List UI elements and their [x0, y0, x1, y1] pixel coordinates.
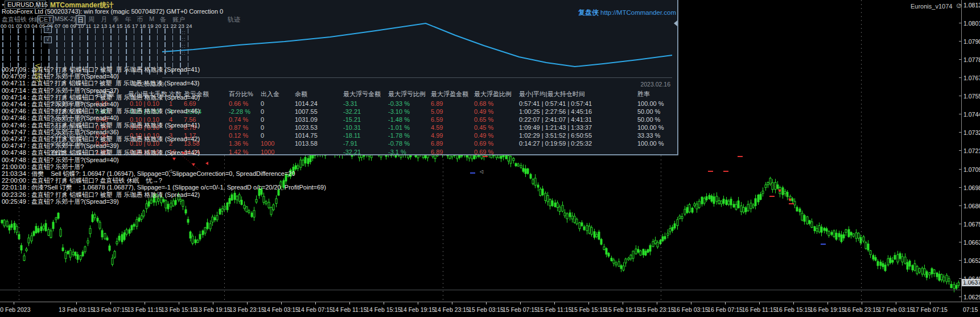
tab-年[interactable]: 年: [125, 15, 131, 24]
hour-pipe-toggle[interactable]: [110, 28, 112, 34]
hour-pipe-toggle[interactable]: [164, 49, 166, 54]
confirm-button[interactable]: √: [44, 36, 52, 43]
hour-pipe-toggle[interactable]: [149, 49, 150, 54]
hour-pipe-toggle[interactable]: [87, 35, 88, 40]
hour-pipe-toggle[interactable]: [141, 28, 142, 34]
hour-pipe-toggle[interactable]: [41, 28, 42, 34]
hour-pipe-toggle[interactable]: [2, 49, 3, 54]
hour-pipe-toggle[interactable]: [188, 35, 189, 40]
hour-pipe-toggle[interactable]: [87, 28, 88, 34]
hour-pipe-toggle[interactable]: [157, 56, 158, 61]
hour-pipe-toggle[interactable]: [72, 28, 73, 34]
tab-M[interactable]: M: [149, 15, 154, 22]
hour-pipe-toggle[interactable]: [118, 28, 120, 34]
hour-pipe-toggle[interactable]: [56, 35, 57, 40]
hour-pipe-toggle[interactable]: [164, 42, 166, 47]
hour-pipe-toggle[interactable]: [110, 49, 112, 54]
hour-pipe-toggle[interactable]: [110, 56, 112, 61]
hour-pipe-toggle[interactable]: [172, 42, 174, 47]
tab-trail[interactable]: 轨迹: [228, 15, 240, 24]
hour-pipe-toggle[interactable]: [18, 35, 19, 40]
tab-币[interactable]: 币: [137, 15, 143, 24]
hour-pipe-toggle[interactable]: [103, 56, 104, 61]
hour-pipe-toggle[interactable]: [64, 56, 65, 61]
hour-pipe-toggle[interactable]: [188, 56, 189, 61]
hour-pipe-toggle[interactable]: [149, 35, 150, 40]
hour-pipe-toggle[interactable]: [126, 35, 127, 40]
hour-pipe-toggle[interactable]: [172, 28, 174, 34]
hour-pipe-toggle[interactable]: [80, 49, 81, 54]
hour-pipe-toggle[interactable]: [149, 28, 150, 34]
hour-pipe-toggle[interactable]: [103, 42, 104, 47]
hour-pipe-toggle[interactable]: [64, 35, 65, 40]
hour-pipe-toggle[interactable]: [141, 56, 142, 61]
hour-pipe-toggle[interactable]: [103, 35, 104, 40]
tab-周[interactable]: 周: [88, 15, 94, 24]
hour-pipe-toggle[interactable]: [118, 49, 120, 54]
hour-pipe-toggle[interactable]: [141, 49, 142, 54]
hour-pipe-toggle[interactable]: [26, 56, 27, 61]
hour-pipe-toggle[interactable]: [188, 28, 189, 34]
hour-pipe-toggle[interactable]: [18, 49, 19, 54]
hour-pipe-toggle[interactable]: [33, 49, 34, 54]
hour-pipe-toggle[interactable]: [126, 42, 127, 47]
hour-pipe-toggle[interactable]: [10, 56, 11, 61]
hour-pipe-toggle[interactable]: [10, 42, 11, 47]
hour-pipe-toggle[interactable]: [41, 42, 42, 47]
hour-pipe-toggle[interactable]: [103, 49, 104, 54]
hour-pipe-toggle[interactable]: [134, 49, 135, 54]
hour-pipe-toggle[interactable]: [72, 35, 73, 40]
hour-pipe-toggle[interactable]: [10, 28, 11, 34]
hour-pipe-toggle[interactable]: [64, 49, 65, 54]
hour-pipe-toggle[interactable]: [33, 56, 34, 61]
hour-pipe-toggle[interactable]: [72, 42, 73, 47]
hour-pipe-toggle[interactable]: [26, 49, 27, 54]
tab-日[interactable]: 日: [76, 15, 85, 25]
hour-pipe-toggle[interactable]: [157, 42, 158, 47]
hour-pipe-toggle[interactable]: [48, 56, 50, 61]
hour-pipe-toggle[interactable]: [172, 56, 174, 61]
hour-pipe-toggle[interactable]: [95, 35, 96, 40]
hour-pipe-toggle[interactable]: [64, 28, 65, 34]
help-button[interactable]: ?: [44, 26, 52, 33]
hour-pipe-toggle[interactable]: [164, 56, 166, 61]
hour-pipe-toggle[interactable]: [118, 56, 120, 61]
hour-pipe-toggle[interactable]: [80, 28, 81, 34]
hour-pipe-toggle[interactable]: [110, 35, 112, 40]
hour-pipe-toggle[interactable]: [188, 49, 189, 54]
tab-月[interactable]: 月: [101, 15, 107, 24]
hour-pipe-toggle[interactable]: [33, 28, 34, 34]
hour-pipe-toggle[interactable]: [26, 35, 27, 40]
tab-季[interactable]: 季: [113, 15, 119, 24]
hour-pipe-toggle[interactable]: [48, 49, 50, 54]
hour-pipe-toggle[interactable]: [2, 35, 3, 40]
hour-pipe-toggle[interactable]: [18, 28, 19, 34]
hour-pipe-toggle[interactable]: [2, 28, 3, 34]
hour-pipe-toggle[interactable]: [64, 42, 65, 47]
hour-pipe-toggle[interactable]: [80, 56, 81, 61]
price-axis[interactable]: 1.06374 1.081301.080151.079001.077851.07…: [961, 0, 980, 317]
hour-pipe-toggle[interactable]: [134, 42, 135, 47]
hour-pipe-toggle[interactable]: [80, 42, 81, 47]
hour-pipe-toggle[interactable]: [87, 42, 88, 47]
minimize-button[interactable]: —: [39, 1, 46, 9]
hour-pipe-toggle[interactable]: [157, 35, 158, 40]
hour-pipe-toggle[interactable]: [56, 49, 57, 54]
hour-pipe-toggle[interactable]: [2, 42, 3, 47]
time-axis[interactable]: 10 Feb 202313 Feb 03:1513 Feb 07:1513 Fe…: [0, 302, 980, 317]
hour-pipe-toggle[interactable]: [72, 49, 73, 54]
hour-pipe-toggle[interactable]: [134, 35, 135, 40]
hour-pipe-toggle[interactable]: [10, 35, 11, 40]
hour-pipe-toggle[interactable]: [41, 35, 42, 40]
tab-账户[interactable]: 账户: [172, 15, 185, 24]
hour-pipe-toggle[interactable]: [41, 56, 42, 61]
hour-pipe-toggle[interactable]: [72, 56, 73, 61]
timezone-button[interactable]: CET: [38, 15, 53, 23]
hour-pipe-toggle[interactable]: [134, 28, 135, 34]
hour-pipe-toggle[interactable]: [95, 56, 96, 61]
hour-pipe-toggle[interactable]: [157, 28, 158, 34]
hour-pipe-toggle[interactable]: [126, 28, 127, 34]
hour-pipe-toggle[interactable]: [172, 49, 174, 54]
hour-pipe-toggle[interactable]: [18, 56, 19, 61]
hour-pipe-toggle[interactable]: [118, 42, 120, 47]
